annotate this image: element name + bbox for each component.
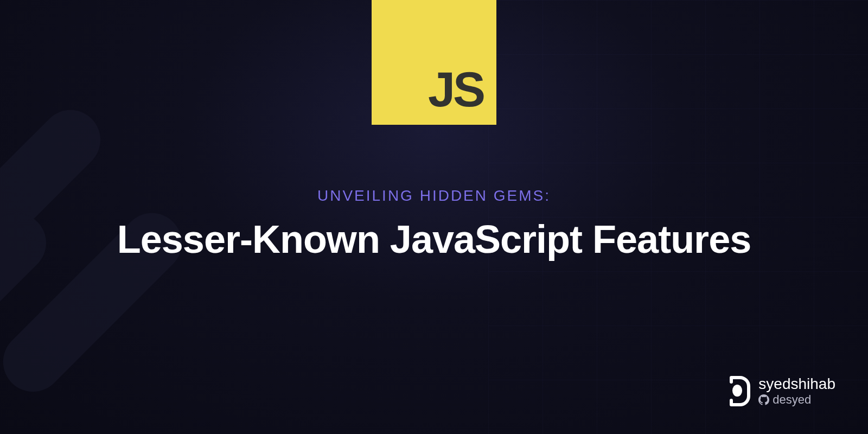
author-signature: syedshihab desyed [724, 375, 835, 407]
svg-point-0 [735, 387, 740, 394]
subtitle: UNVEILING HIDDEN GEMS: [0, 187, 868, 205]
js-badge: JS [372, 0, 496, 125]
author-text: syedshihab desyed [758, 376, 835, 407]
author-handle-prefix: de [773, 393, 786, 406]
github-icon [758, 394, 769, 405]
author-handle-suffix: syed [786, 393, 811, 406]
page-title: Lesser-Known JavaScript Features [0, 217, 868, 261]
author-logo-icon [724, 375, 751, 407]
author-name: syedshihab [758, 376, 835, 393]
author-handle-row: desyed [758, 393, 835, 406]
author-name-last: shihab [790, 375, 835, 392]
js-badge-label: JS [428, 65, 483, 114]
author-name-first: syed [758, 375, 790, 392]
author-handle: desyed [773, 393, 811, 406]
